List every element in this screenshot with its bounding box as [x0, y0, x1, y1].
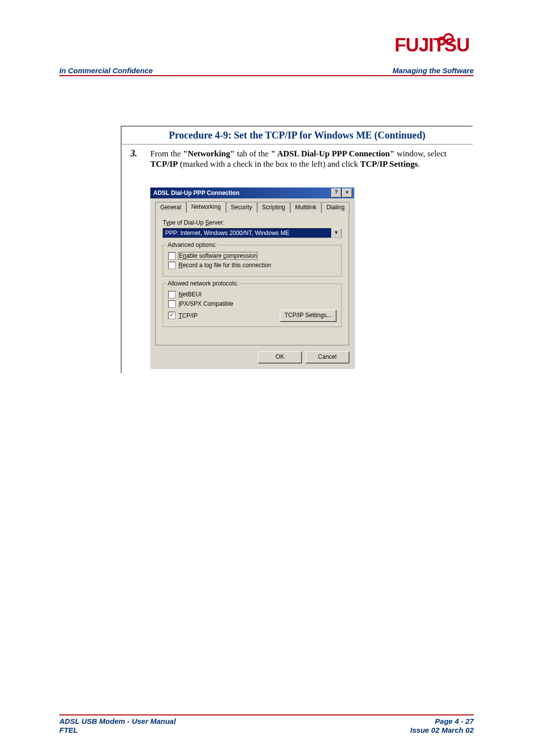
netbeui-label: NetBEUI [178, 291, 202, 298]
dialog-tabs: General Networking Security Scripting Mu… [155, 201, 349, 212]
network-protocols-title: Allowed network protocols: [166, 280, 240, 287]
tcpip-label: TCP/IP [178, 312, 198, 319]
tab-networking[interactable]: Networking [186, 201, 226, 212]
compression-checkbox[interactable] [168, 252, 176, 260]
networking-panel: Type of Dial-Up Server: PPP: Internet, W… [155, 212, 349, 345]
tab-general[interactable]: General [155, 202, 186, 213]
close-button[interactable]: × [342, 189, 352, 197]
help-button[interactable]: ? [331, 189, 341, 197]
ipxspx-label: IPX/SPX Compatible [178, 300, 233, 307]
footer-page: Page 4 - 27 [410, 717, 474, 726]
header-divider [59, 75, 474, 76]
step-number: 3. [131, 148, 150, 159]
advanced-options-title: Advanced options: [166, 241, 218, 248]
dialog-title: ADSL Dial-Up PPP Connection [153, 189, 331, 196]
footer-left: ADSL USB Modem - User Manual FTEL [59, 717, 176, 736]
dialup-server-dropdown[interactable]: PPP: Internet, Windows 2000/NT, Windows … [163, 228, 342, 238]
procedure-title: Procedure 4-9: Set the TCP/IP for Window… [169, 130, 426, 141]
dialup-server-value: PPP: Internet, Windows 2000/NT, Windows … [163, 229, 331, 237]
dropdown-arrow-icon[interactable]: ▼ [331, 228, 341, 238]
tab-scripting[interactable]: Scripting [257, 202, 290, 213]
header-left-text: In Commercial Confidence [59, 66, 153, 75]
logfile-checkbox[interactable] [168, 262, 176, 269]
netbeui-checkbox[interactable] [168, 291, 176, 298]
fujitsu-logo: FUJITSU [395, 27, 474, 56]
tcpip-settings-button[interactable]: TCP/IP Settings... [280, 310, 336, 322]
network-protocols-group: Allowed network protocols: NetBEUI IPX/S… [163, 284, 342, 327]
footer-issue: Issue 02 March 02 [410, 726, 474, 735]
svg-text:FUJITSU: FUJITSU [395, 35, 469, 55]
adsl-connection-dialog: ADSL Dial-Up PPP Connection ? × General … [150, 188, 354, 368]
tab-dialing[interactable]: Dialing [321, 202, 350, 213]
compression-label: Enable software compression [178, 252, 257, 259]
dialup-server-label: Type of Dial-Up Server: [163, 219, 342, 226]
footer-divider [59, 714, 474, 715]
footer-company: FTEL [59, 726, 176, 735]
logfile-label: Record a log file for this connection [178, 262, 271, 269]
ok-button[interactable]: OK [258, 351, 302, 363]
tab-multilink[interactable]: Multilink [290, 202, 321, 213]
tab-security[interactable]: Security [226, 202, 257, 213]
procedure-box: Procedure 4-9: Set the TCP/IP for Window… [121, 126, 473, 373]
footer-right: Page 4 - 27 Issue 02 March 02 [410, 717, 474, 736]
dialog-titlebar: ADSL Dial-Up PPP Connection ? × [150, 188, 354, 198]
cancel-button[interactable]: Cancel [306, 351, 349, 363]
step-instruction: From the "Networking" tab of the " ADSL … [150, 148, 468, 170]
advanced-options-group: Advanced options: Enable software compre… [163, 245, 342, 277]
header-right-text: Managing the Software [393, 66, 474, 75]
ipxspx-checkbox[interactable] [168, 300, 176, 308]
tcpip-checkbox[interactable]: ✓ [168, 312, 176, 319]
footer-manual-title: ADSL USB Modem - User Manual [59, 717, 176, 726]
